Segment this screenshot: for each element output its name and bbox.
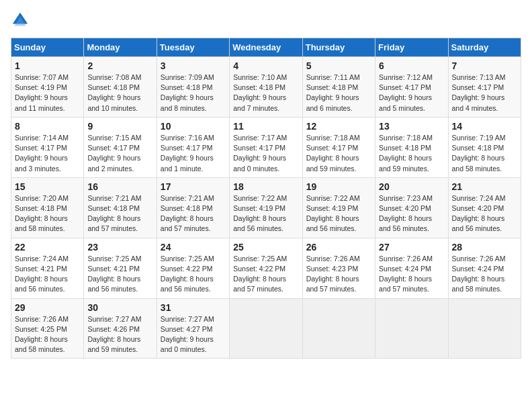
daylight-label: Daylight: 9 hours and 0 minutes. <box>161 335 214 353</box>
daylight-label: Daylight: 8 hours and 58 minutes. <box>15 335 68 353</box>
daylight-label: Daylight: 9 hours and 7 minutes. <box>233 93 286 111</box>
sunset-label: Sunset: 4:17 PM <box>379 83 431 91</box>
daylight-label: Daylight: 8 hours and 59 minutes. <box>306 154 359 172</box>
sunrise-label: Sunrise: 7:26 AM <box>452 255 506 263</box>
daylight-label: Daylight: 8 hours and 56 minutes. <box>379 214 432 232</box>
sunset-label: Sunset: 4:22 PM <box>161 265 213 273</box>
day-number: 7 <box>452 60 517 71</box>
day-info: Sunrise: 7:23 AM Sunset: 4:20 PM Dayligh… <box>379 193 444 234</box>
sunset-label: Sunset: 4:17 PM <box>87 144 140 152</box>
sunrise-label: Sunrise: 7:14 AM <box>15 134 69 142</box>
day-info: Sunrise: 7:27 AM Sunset: 4:27 PM Dayligh… <box>161 314 226 355</box>
col-sunday: Sunday <box>11 38 84 57</box>
day-info: Sunrise: 7:21 AM Sunset: 4:18 PM Dayligh… <box>161 193 226 234</box>
page-header <box>11 11 521 30</box>
day-number: 25 <box>233 242 298 253</box>
day-number: 4 <box>233 60 298 71</box>
day-number: 18 <box>233 181 298 192</box>
day-info: Sunrise: 7:21 AM Sunset: 4:18 PM Dayligh… <box>87 193 152 234</box>
day-info: Sunrise: 7:20 AM Sunset: 4:18 PM Dayligh… <box>15 193 80 234</box>
col-tuesday: Tuesday <box>157 38 229 57</box>
sunset-label: Sunset: 4:21 PM <box>15 265 67 273</box>
day-info: Sunrise: 7:24 AM Sunset: 4:20 PM Dayligh… <box>452 193 517 234</box>
day-info: Sunrise: 7:27 AM Sunset: 4:26 PM Dayligh… <box>87 314 152 355</box>
day-number: 12 <box>306 121 371 132</box>
sunrise-label: Sunrise: 7:24 AM <box>15 255 69 263</box>
daylight-label: Daylight: 8 hours and 58 minutes. <box>452 275 505 293</box>
day-number: 8 <box>15 121 80 132</box>
sunrise-label: Sunrise: 7:26 AM <box>306 255 360 263</box>
day-number: 23 <box>87 242 152 253</box>
daylight-label: Daylight: 9 hours and 1 minute. <box>161 154 214 172</box>
day-info: Sunrise: 7:09 AM Sunset: 4:18 PM Dayligh… <box>161 73 226 113</box>
table-row: 13 Sunrise: 7:18 AM Sunset: 4:18 PM Dayl… <box>375 117 448 177</box>
day-number: 24 <box>161 242 226 253</box>
sunrise-label: Sunrise: 7:22 AM <box>306 194 360 202</box>
table-row: 6 Sunrise: 7:12 AM Sunset: 4:17 PM Dayli… <box>375 57 448 118</box>
day-number: 22 <box>15 242 80 253</box>
day-info: Sunrise: 7:19 AM Sunset: 4:18 PM Dayligh… <box>452 133 517 174</box>
daylight-label: Daylight: 9 hours and 5 minutes. <box>379 93 432 111</box>
table-row: 29 Sunrise: 7:26 AM Sunset: 4:25 PM Dayl… <box>11 298 84 359</box>
sunrise-label: Sunrise: 7:27 AM <box>87 315 141 323</box>
table-row: 17 Sunrise: 7:21 AM Sunset: 4:18 PM Dayl… <box>157 177 229 238</box>
table-row: 9 Sunrise: 7:15 AM Sunset: 4:17 PM Dayli… <box>84 117 157 177</box>
day-number: 30 <box>87 302 152 313</box>
table-row: 28 Sunrise: 7:26 AM Sunset: 4:24 PM Dayl… <box>448 238 521 298</box>
sunset-label: Sunset: 4:18 PM <box>161 83 213 91</box>
day-number: 1 <box>15 60 80 71</box>
day-number: 21 <box>452 181 517 192</box>
day-info: Sunrise: 7:26 AM Sunset: 4:24 PM Dayligh… <box>452 254 517 295</box>
day-info: Sunrise: 7:24 AM Sunset: 4:21 PM Dayligh… <box>15 254 80 295</box>
calendar-week-1: 1 Sunrise: 7:07 AM Sunset: 4:19 PM Dayli… <box>11 57 521 118</box>
table-row: 10 Sunrise: 7:16 AM Sunset: 4:17 PM Dayl… <box>157 117 229 177</box>
table-row: 19 Sunrise: 7:22 AM Sunset: 4:19 PM Dayl… <box>302 177 375 238</box>
calendar-week-4: 22 Sunrise: 7:24 AM Sunset: 4:21 PM Dayl… <box>11 238 521 298</box>
col-friday: Friday <box>375 38 448 57</box>
day-info: Sunrise: 7:15 AM Sunset: 4:17 PM Dayligh… <box>87 133 152 174</box>
day-number: 20 <box>379 181 444 192</box>
sunrise-label: Sunrise: 7:18 AM <box>379 134 433 142</box>
daylight-label: Daylight: 8 hours and 56 minutes. <box>87 275 140 293</box>
day-info: Sunrise: 7:25 AM Sunset: 4:22 PM Dayligh… <box>161 254 226 295</box>
calendar-week-5: 29 Sunrise: 7:26 AM Sunset: 4:25 PM Dayl… <box>11 298 521 359</box>
day-number: 26 <box>306 242 371 253</box>
sunrise-label: Sunrise: 7:27 AM <box>161 315 214 323</box>
day-info: Sunrise: 7:22 AM Sunset: 4:19 PM Dayligh… <box>306 193 371 234</box>
daylight-label: Daylight: 8 hours and 56 minutes. <box>452 214 505 232</box>
sunrise-label: Sunrise: 7:26 AM <box>379 255 433 263</box>
day-info: Sunrise: 7:08 AM Sunset: 4:18 PM Dayligh… <box>87 73 152 113</box>
sunset-label: Sunset: 4:17 PM <box>452 83 504 91</box>
sunrise-label: Sunrise: 7:21 AM <box>161 194 214 202</box>
day-info: Sunrise: 7:26 AM Sunset: 4:25 PM Dayligh… <box>15 314 80 355</box>
table-row: 11 Sunrise: 7:17 AM Sunset: 4:17 PM Dayl… <box>230 117 302 177</box>
day-info: Sunrise: 7:16 AM Sunset: 4:17 PM Dayligh… <box>161 133 226 174</box>
table-row: 22 Sunrise: 7:24 AM Sunset: 4:21 PM Dayl… <box>11 238 84 298</box>
table-row: 31 Sunrise: 7:27 AM Sunset: 4:27 PM Dayl… <box>157 298 229 359</box>
sunrise-label: Sunrise: 7:13 AM <box>452 73 506 81</box>
logo <box>11 11 32 30</box>
sunrise-label: Sunrise: 7:19 AM <box>452 134 506 142</box>
sunrise-label: Sunrise: 7:24 AM <box>452 194 506 202</box>
table-row: 4 Sunrise: 7:10 AM Sunset: 4:18 PM Dayli… <box>230 57 302 118</box>
table-row: 30 Sunrise: 7:27 AM Sunset: 4:26 PM Dayl… <box>84 298 157 359</box>
table-row: 7 Sunrise: 7:13 AM Sunset: 4:17 PM Dayli… <box>448 57 521 118</box>
day-number: 2 <box>87 60 152 71</box>
day-number: 13 <box>379 121 444 132</box>
sunset-label: Sunset: 4:18 PM <box>87 83 140 91</box>
sunset-label: Sunset: 4:26 PM <box>87 325 140 333</box>
day-number: 14 <box>452 121 517 132</box>
sunrise-label: Sunrise: 7:25 AM <box>233 255 287 263</box>
calendar-body: 1 Sunrise: 7:07 AM Sunset: 4:19 PM Dayli… <box>11 57 521 359</box>
logo-icon <box>11 11 30 30</box>
sunset-label: Sunset: 4:20 PM <box>379 204 431 212</box>
col-monday: Monday <box>84 38 157 57</box>
table-row: 12 Sunrise: 7:18 AM Sunset: 4:17 PM Dayl… <box>302 117 375 177</box>
day-info: Sunrise: 7:18 AM Sunset: 4:18 PM Dayligh… <box>379 133 444 174</box>
sunset-label: Sunset: 4:24 PM <box>452 265 504 273</box>
day-number: 27 <box>379 242 444 253</box>
daylight-label: Daylight: 8 hours and 57 minutes. <box>87 214 140 232</box>
day-info: Sunrise: 7:10 AM Sunset: 4:18 PM Dayligh… <box>233 73 298 113</box>
sunset-label: Sunset: 4:25 PM <box>15 325 67 333</box>
calendar-week-2: 8 Sunrise: 7:14 AM Sunset: 4:17 PM Dayli… <box>11 117 521 177</box>
